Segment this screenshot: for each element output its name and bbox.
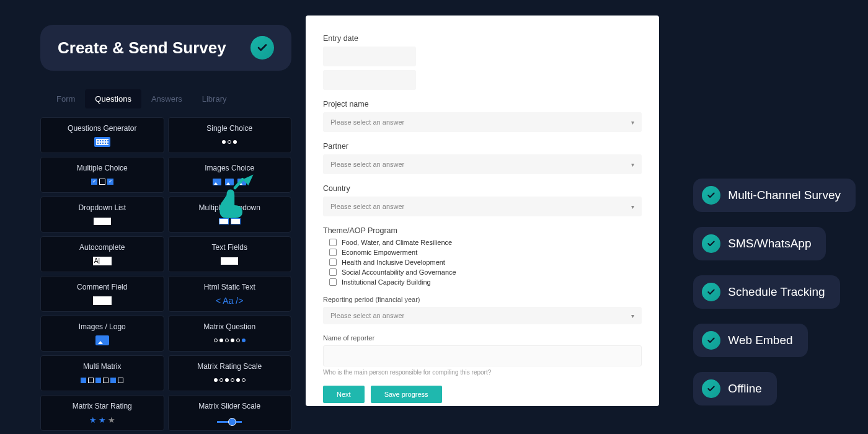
multi-dropdown-icon — [219, 216, 241, 227]
entry-date-field-1[interactable] — [323, 46, 416, 66]
survey-form-preview: Entry date Project name Please select an… — [306, 16, 659, 406]
chevron-down-icon: ▾ — [631, 161, 634, 168]
feature-list: Multi-Channel Survey SMS/WhatsApp Schedu… — [693, 179, 856, 405]
dropdown-icon — [94, 216, 111, 227]
theme-option[interactable]: Health and Inclusive Development — [329, 259, 642, 266]
qt-matrix-rating[interactable]: Matrix Rating Scale — [168, 355, 292, 391]
checkbox-icon — [329, 259, 337, 266]
feature-chip: Offline — [693, 372, 777, 405]
entry-date-field-2[interactable] — [323, 70, 416, 90]
qt-images-logo[interactable]: Images / Logo — [40, 316, 164, 352]
reporting-select[interactable]: Please select an answer▾ — [323, 307, 642, 324]
feature-label: Schedule Tracking — [728, 285, 825, 299]
theme-option[interactable]: Food, Water, and Climate Resilience — [329, 239, 642, 246]
reporting-label: Reporting period (financial year) — [323, 296, 642, 303]
next-button[interactable]: Next — [323, 386, 365, 403]
matrix-icon — [214, 335, 246, 346]
stars-icon: ★★★ — [89, 414, 115, 425]
country-select[interactable]: Please select an answer▾ — [323, 197, 642, 216]
check-icon — [250, 36, 274, 60]
theme-label: Theme/AOP Program — [323, 226, 642, 235]
reporter-help-text: Who is the main person responsible for c… — [323, 369, 642, 376]
partner-label: Partner — [323, 142, 642, 151]
partner-select[interactable]: Please select an answer▾ — [323, 154, 642, 174]
feature-label: Offline — [728, 382, 762, 396]
chevron-down-icon: ▾ — [631, 203, 634, 210]
check-icon — [702, 331, 720, 350]
matrix-rating-icon — [214, 374, 246, 386]
entry-date-label: Entry date — [323, 34, 642, 43]
feature-label: Web Embed — [728, 334, 792, 347]
feature-chip: Multi-Channel Survey — [693, 179, 856, 212]
qt-multi-matrix[interactable]: Multi Matrix — [40, 355, 164, 391]
tab-form[interactable]: Form — [46, 89, 85, 108]
tab-answers[interactable]: Answers — [141, 89, 192, 108]
feature-label: SMS/WhatsApp — [728, 237, 811, 250]
qt-multiple-dropdown[interactable]: Multiple Dropdown — [168, 197, 292, 232]
textfield-icon — [221, 255, 238, 267]
slider-icon — [217, 414, 242, 425]
checkbox-icon — [329, 249, 337, 256]
page-header: Create & Send Survey — [40, 25, 291, 71]
image-icon — [95, 335, 109, 346]
qt-multiple-choice[interactable]: Multiple Choice — [40, 157, 164, 193]
country-label: Country — [323, 184, 642, 193]
builder-tabs: Form Questions Answers Library — [40, 89, 291, 108]
keyboard-icon — [94, 136, 110, 148]
qt-dropdown-list[interactable]: Dropdown List — [40, 197, 164, 232]
qt-questions-generator[interactable]: Questions Generator — [40, 117, 164, 153]
feature-chip: SMS/WhatsApp — [693, 227, 826, 260]
html-icon: < Aa /> — [216, 295, 243, 306]
project-name-label: Project name — [323, 100, 642, 108]
save-progress-button[interactable]: Save progress — [371, 386, 442, 403]
theme-option[interactable]: Social Accountability and Governance — [329, 268, 642, 276]
feature-label: Multi-Channel Survey — [728, 188, 841, 202]
qt-single-choice[interactable]: Single Choice — [168, 117, 292, 153]
qt-matrix-star[interactable]: Matrix Star Rating★★★ — [40, 395, 164, 431]
checkbox-icon — [329, 239, 337, 246]
qt-matrix-question[interactable]: Matrix Question — [168, 316, 292, 352]
builder-panel: Create & Send Survey Form Questions Answ… — [40, 25, 291, 431]
reporter-input[interactable] — [323, 345, 642, 366]
checkbox-icon — [329, 278, 337, 286]
feature-chip: Schedule Tracking — [693, 275, 839, 309]
qt-autocomplete[interactable]: AutocompleteA| — [40, 236, 164, 272]
tab-library[interactable]: Library — [192, 89, 237, 108]
theme-checkboxes: Food, Water, and Climate Resilience Econ… — [323, 239, 642, 286]
qt-images-choice[interactable]: Images Choice — [168, 157, 292, 193]
feature-chip: Web Embed — [693, 324, 807, 357]
qt-matrix-slider[interactable]: Matrix Slider Scale — [168, 395, 292, 431]
checkbox-row-icon — [91, 176, 113, 187]
chevron-down-icon: ▾ — [631, 119, 634, 126]
checkbox-icon — [329, 268, 337, 276]
autocomplete-icon: A| — [93, 255, 112, 267]
multi-matrix-icon — [81, 374, 123, 386]
question-type-grid: Questions Generator Single Choice Multip… — [40, 117, 291, 431]
check-icon — [702, 234, 720, 253]
check-icon — [702, 186, 720, 205]
qt-html-static-text[interactable]: Html Static Text< Aa /> — [168, 276, 292, 312]
check-icon — [702, 379, 720, 398]
tab-questions[interactable]: Questions — [85, 89, 141, 108]
page-title: Create & Send Survey — [58, 38, 226, 58]
reporter-label: Name of reporter — [323, 334, 642, 342]
qt-text-fields[interactable]: Text Fields — [168, 236, 292, 272]
qt-comment-field[interactable]: Comment Field — [40, 276, 164, 312]
image-tiles-icon — [213, 176, 246, 187]
project-name-select[interactable]: Please select an answer▾ — [323, 112, 642, 132]
check-icon — [702, 283, 720, 301]
theme-option[interactable]: Economic Empowerment — [329, 249, 642, 256]
comment-icon — [93, 295, 112, 306]
chevron-down-icon: ▾ — [631, 312, 634, 319]
theme-option[interactable]: Institutional Capacity Building — [329, 278, 642, 286]
radio-dots-icon — [222, 136, 237, 148]
